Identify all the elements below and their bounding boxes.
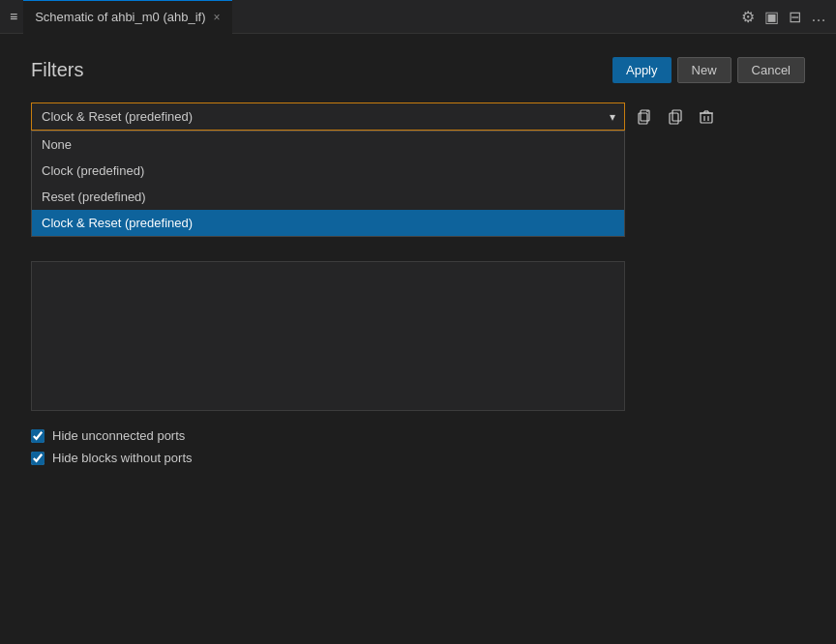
svg-rect-4 (672, 110, 681, 121)
dropdown-item-clock-reset[interactable]: Clock & Reset (predefined) (32, 210, 624, 236)
apply-button[interactable]: Apply (612, 57, 672, 83)
menu-icon[interactable]: ≡ (10, 9, 17, 24)
delete-icon-button[interactable] (693, 103, 720, 131)
filters-buttons: Apply New Cancel (612, 57, 805, 83)
hide-blocks-checkbox[interactable] (31, 452, 45, 465)
titlebar-right: ⚙ ▣ ⊟ … (741, 8, 826, 26)
hide-unconnected-label[interactable]: Hide unconnected ports (52, 428, 185, 443)
checkboxes-area: Hide unconnected ports Hide blocks witho… (31, 428, 805, 465)
hide-unconnected-checkbox[interactable] (31, 429, 45, 443)
svg-rect-1 (639, 113, 647, 124)
copy-icon-button[interactable] (662, 103, 689, 131)
dropdown-item-none[interactable]: None (32, 132, 624, 158)
svg-rect-6 (701, 113, 712, 123)
dropdown-item-reset[interactable]: Reset (predefined) (32, 184, 624, 210)
new-button[interactable]: New (677, 57, 732, 83)
svg-rect-5 (670, 113, 678, 124)
tab-close-icon[interactable]: × (213, 11, 220, 24)
checkbox-row-blocks: Hide blocks without ports (31, 451, 805, 465)
checkbox-row-unconnected: Hide unconnected ports (31, 428, 805, 443)
titlebar: ≡ Schematic of ahbi_m0 (ahb_if) × ⚙ ▣ ⊟ … (0, 0, 836, 34)
dropdown-open-list: None Clock (predefined) Reset (predefine… (31, 131, 625, 237)
delete-svg-icon (699, 109, 714, 125)
filter-panel-area (31, 261, 625, 411)
filters-heading-label: Filters (31, 59, 83, 81)
main-content: Filters Apply New Cancel NoneClock (pred… (0, 34, 836, 496)
layout2-icon[interactable]: ⊟ (789, 8, 801, 26)
filter-dropdown-wrapper: NoneClock (predefined)Reset (predefined)… (31, 102, 625, 131)
settings-icon[interactable]: ⚙ (741, 8, 755, 26)
hide-blocks-label[interactable]: Hide blocks without ports (52, 451, 193, 465)
titlebar-tab[interactable]: Schematic of ahbi_m0 (ahb_if) × (23, 0, 231, 34)
copy-new-svg-icon (637, 109, 652, 125)
copy-new-icon-button[interactable] (631, 103, 658, 131)
filter-dropdown[interactable]: NoneClock (predefined)Reset (predefined)… (31, 102, 625, 131)
tab-title: Schematic of ahbi_m0 (ahb_if) (35, 10, 205, 24)
svg-rect-0 (641, 110, 649, 121)
action-icons (631, 103, 720, 131)
dropdown-item-clock[interactable]: Clock (predefined) (32, 158, 624, 184)
dropdown-row: NoneClock (predefined)Reset (predefined)… (31, 102, 805, 131)
titlebar-left: ≡ Schematic of ahbi_m0 (ahb_if) × (10, 0, 232, 34)
layout1-icon[interactable]: ▣ (764, 8, 779, 26)
cancel-button[interactable]: Cancel (737, 57, 805, 83)
more-icon[interactable]: … (811, 8, 826, 25)
filters-section-header: Filters Apply New Cancel (31, 57, 805, 83)
copy-svg-icon (668, 109, 683, 125)
